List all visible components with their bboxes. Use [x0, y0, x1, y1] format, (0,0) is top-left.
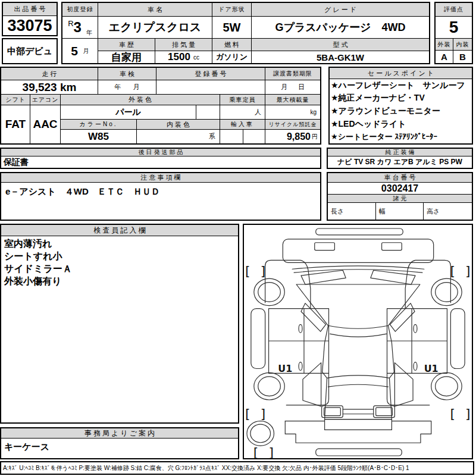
car-name-value: エクリプスクロス: [98, 17, 212, 39]
chassis-no-label: 車台番号: [328, 173, 472, 183]
damage-mark-u1-left: U1: [278, 363, 292, 374]
rear-glass-line: [328, 384, 389, 387]
sales-point-item: ★LEDヘッドライト: [331, 119, 472, 130]
max-load-label: 最大積載量: [265, 95, 320, 105]
cowl-line: [294, 270, 422, 273]
front-panel: [283, 239, 433, 263]
model-code-label: 型式: [252, 39, 429, 51]
rear-quarter-left: [286, 373, 328, 405]
sales-point-item: ★純正メーカーナビ・TV: [331, 93, 472, 104]
roof-side-left: [322, 325, 328, 378]
color-no-label: カラーNo.: [61, 120, 137, 130]
lot-number: 33075: [3, 16, 57, 35]
fuel-label: 燃料: [212, 39, 252, 51]
fuel-value: ガソリン: [212, 51, 252, 63]
bracket-mark: [: [245, 264, 250, 278]
exterior-color-extra-cell: [196, 105, 220, 120]
displacement-number: 1500: [168, 51, 190, 63]
car-diagram-box: [ ] [ ] [ ] [ ] [ ] U1 U1: [243, 224, 473, 459]
door-handle-left-front: [299, 324, 302, 333]
sales-point-item: ★アラウンドビューモニター: [331, 106, 472, 117]
first-reg-month-num: 5: [71, 44, 78, 58]
mileage-label: 走行: [1, 68, 98, 80]
inspector-notes-body: 室内薄汚れ シートすれ小 サイドミラーＡ 外装小傷有り: [1, 237, 238, 287]
interior-color-value: 系: [137, 130, 220, 143]
first-reg-year-unit: 年: [86, 29, 92, 37]
cautions-value: e－アシスト ４WD ＥＴＣ ＨＵＤ: [1, 183, 320, 201]
color-no-value: W85: [61, 130, 137, 143]
sales-point-item: ★ハーフレザーシート サンルーフ: [331, 80, 472, 91]
sales-points-box: セールスポイント ★ハーフレザーシート サンルーフ ★純正メーカーナビ・TV ★…: [328, 67, 473, 145]
rating-box: 評価点 5 外装 内装 A B: [434, 2, 473, 64]
inspector-note-line: 外装小傷有り: [4, 275, 238, 287]
headlight-left: [315, 243, 335, 250]
displacement-value: 1500 cc: [155, 51, 212, 63]
venue-box: 中部デビュ: [2, 38, 58, 64]
headlight-right: [382, 243, 402, 250]
door-shape-label: ドア形状: [212, 3, 252, 17]
inspection-value: 年 月: [98, 80, 156, 95]
cautions-label: 注意事項欄: [1, 173, 320, 183]
import-label: 輸入車: [220, 120, 265, 130]
vehicle-info-box: 初度登録 R 3 年 5 月 車名 エクリプスクロス ドア形状 5W グレード …: [61, 2, 430, 64]
transfer-month-unit: 月: [281, 83, 287, 92]
damage-mark-u1-right: U1: [424, 363, 439, 374]
transfer-deadline-value: 月 日: [265, 80, 320, 95]
inspector-note-line: 室内薄汚れ: [4, 237, 238, 250]
inspection-month-unit: 月: [133, 83, 140, 92]
cowl-line: [292, 266, 424, 269]
shift-label: シフト: [1, 95, 30, 105]
taillight-left-inner: [324, 408, 341, 416]
history-value: 自家用: [98, 51, 155, 63]
score-label: 評価点: [436, 3, 472, 17]
rear-lower-panel: [325, 419, 392, 430]
exterior-grade-label: 外装: [436, 39, 453, 51]
bracket-mark: ]: [269, 445, 274, 458]
spec-height-label: 高さ: [424, 203, 472, 220]
genuine-equipment-box: 純正装備 ナビ TV SR カワ エアB アルミ PS PW: [327, 148, 473, 169]
rear-left-wheel-inner: [258, 377, 281, 396]
front-left-wheel-inner: [258, 283, 281, 302]
later-shipping-label: 後日発送部品: [1, 149, 320, 156]
windshield: [296, 284, 420, 328]
bracket-mark: [: [450, 406, 455, 421]
spare-wheel-inner: [250, 424, 271, 443]
spec-width-label: 幅: [376, 203, 424, 220]
registration-no-label: 登録番号: [156, 68, 265, 80]
rocker-panel-left: [251, 309, 265, 369]
transfer-deadline-label: 譲渡書類期限: [265, 68, 320, 80]
inspector-note-line: サイドミラーＡ: [4, 262, 238, 275]
exterior-grade-value: A: [436, 51, 453, 63]
max-load-value: kg: [265, 105, 320, 120]
displacement-label: 排気量: [155, 39, 212, 51]
office-info-box: 事務局よりご案内 キーケース: [0, 427, 239, 459]
inspector-note-line: シートすれ小: [4, 250, 238, 262]
interior-grade-value: B: [453, 51, 472, 63]
bracket-mark: ]: [465, 406, 471, 421]
grade-label: グレード: [252, 3, 429, 17]
displacement-unit: cc: [193, 54, 199, 61]
history-label: 車歴: [98, 39, 155, 51]
door-handle-left-rear: [299, 362, 302, 371]
recycle-label: リサイクル預託金: [265, 120, 320, 130]
rear-right-wheel-inner: [436, 377, 458, 396]
bracket-mark: ]: [261, 406, 266, 421]
recycle-amount: 9,850: [287, 131, 311, 142]
bracket-mark: [: [253, 445, 259, 458]
import-cell-2: [243, 130, 265, 143]
first-reg-year-num: 3: [74, 19, 82, 36]
shift-value: FAT: [1, 105, 30, 143]
recycle-value: 9,850 円: [265, 130, 320, 143]
auction-sheet: 出品番号 33075 中部デビュ 初度登録 R 3 年 5 月 車名 エクリプス…: [0, 0, 476, 476]
front-bumper-strip: [316, 228, 403, 235]
c-pillar-right: [394, 363, 413, 406]
cautions-box: 注意事項欄 e－アシスト ４WD ＥＴＣ ＨＵＤ: [0, 172, 321, 221]
score-value: 5: [436, 17, 472, 39]
interior-grade-label: 内装: [453, 39, 472, 51]
mileage-value: 39,523 km: [1, 80, 98, 95]
office-info-label: 事務局よりご案内: [1, 428, 238, 439]
front-right-wheel-inner: [436, 283, 458, 302]
car-name-label: 車名: [98, 3, 212, 17]
legend-text: A:ｷｽﾞ U:ﾍｺﾐ B:ｷｽﾞを伴うﾍｺﾐ P:要塗装 W:補修跡 S:錆 …: [1, 462, 473, 474]
bracket-mark: [: [450, 264, 455, 278]
